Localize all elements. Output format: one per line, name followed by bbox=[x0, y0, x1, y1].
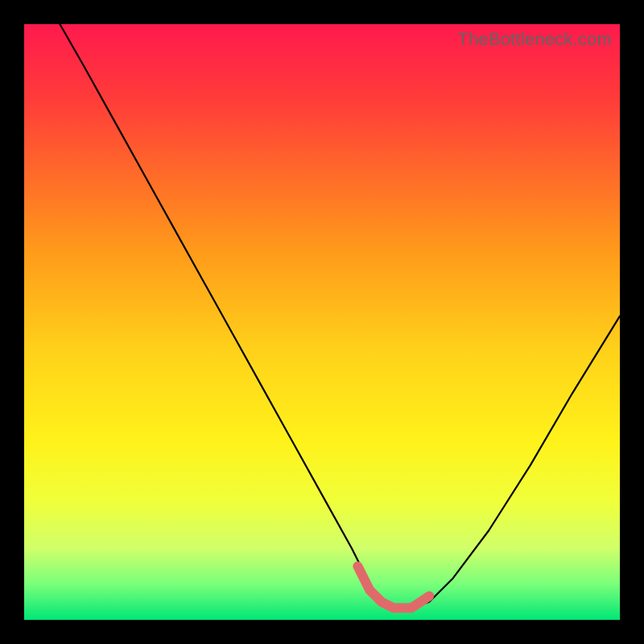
plot-area: TheBottleneck.com bbox=[24, 24, 620, 620]
chart-frame: TheBottleneck.com bbox=[0, 0, 644, 644]
trough-emphasis bbox=[357, 566, 429, 608]
curve-svg bbox=[24, 24, 620, 620]
bottleneck-curve bbox=[60, 24, 620, 608]
